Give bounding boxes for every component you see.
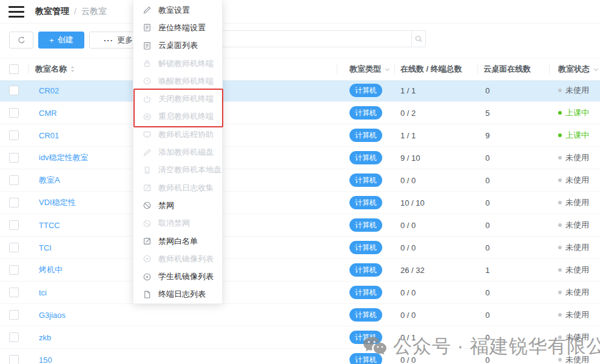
- menu-item[interactable]: 关闭教师机终端: [133, 90, 222, 107]
- edit-square-icon: [143, 237, 152, 246]
- classroom-name-link[interactable]: 150: [28, 356, 337, 364]
- refresh-button[interactable]: [9, 32, 33, 49]
- cell-cloud-online-count: 5: [477, 109, 549, 118]
- table-row[interactable]: TCI 计算机 0 / 0 0 未使用: [0, 237, 600, 259]
- sort-icon[interactable]: [70, 65, 75, 73]
- menu-item[interactable]: 教师机日志收集: [133, 179, 222, 197]
- row-checkbox[interactable]: [9, 332, 19, 342]
- cell-type: 计算机: [337, 218, 394, 232]
- header-cell-checkbox: [0, 58, 28, 80]
- row-checkbox[interactable]: [9, 153, 19, 163]
- cell-cloud-online-count: 0: [477, 221, 549, 230]
- status-dot-icon: [558, 156, 562, 160]
- menu-item[interactable]: 座位终端设置: [133, 19, 222, 36]
- status-dot-icon: [558, 178, 562, 182]
- row-checkbox[interactable]: [9, 265, 19, 275]
- menu-item[interactable]: 取消禁网: [133, 215, 222, 232]
- status-badge: 未使用: [549, 242, 600, 253]
- doc-icon: [143, 23, 152, 32]
- table-row[interactable]: CR01 计算机 1 / 1 9 上课中: [0, 124, 600, 147]
- header-cell-type[interactable]: 教室类型: [337, 58, 394, 80]
- menu-item[interactable]: 教室设置: [133, 1, 222, 19]
- cell-cloud-online-count: 0: [477, 311, 549, 320]
- chevron-down-icon[interactable]: [384, 66, 391, 73]
- status-badge: 未使用: [549, 152, 600, 163]
- cell-online-count: 1 / 1: [394, 131, 477, 140]
- breadcrumb-separator: /: [74, 7, 76, 16]
- table-row[interactable]: zkb 计算机 0 / 1 0 未使用: [0, 326, 600, 349]
- cell-type: 计算机: [337, 106, 394, 120]
- row-checkbox[interactable]: [9, 86, 19, 95]
- table-row[interactable]: 烤机中 计算机 26 / 32 1 未使用: [0, 259, 600, 281]
- monitor-icon: [143, 130, 152, 139]
- row-checkbox[interactable]: [9, 355, 19, 364]
- table-row[interactable]: CMR 计算机 0 / 2 5 上课中: [0, 102, 600, 124]
- menu-item[interactable]: 重启教师机终端: [133, 108, 222, 126]
- cell-online-count: 0 / 0: [394, 221, 477, 230]
- chevron-down-icon[interactable]: [593, 66, 599, 73]
- menu-item[interactable]: 禁网: [133, 197, 222, 214]
- row-checkbox[interactable]: [9, 108, 19, 118]
- cell-cloud-online-count: 0: [477, 356, 549, 364]
- status-dot-icon: [558, 246, 562, 249]
- table-row[interactable]: TTCC 计算机 0 / 0 0 未使用: [0, 214, 600, 237]
- table-body: CR02 计算机 1 / 1 0 未使用 CMR 计算机 0 / 2 5 上课中…: [0, 79, 600, 364]
- header-type-label: 教室类型: [349, 64, 381, 75]
- type-badge: 计算机: [349, 218, 382, 232]
- cell-type: 计算机: [337, 174, 394, 187]
- table-row[interactable]: tci 计算机 0 / 0 0 未使用: [0, 281, 600, 304]
- row-checkbox[interactable]: [9, 243, 19, 252]
- classroom-name-link[interactable]: zkb: [28, 333, 337, 342]
- menu-item[interactable]: 教师机远程协助: [133, 126, 222, 143]
- cell-cloud-online-count: 1: [477, 266, 549, 275]
- cell-cloud-online-count: 0: [477, 153, 549, 163]
- target-icon: [143, 254, 152, 263]
- cell-online-count: 26 / 32: [394, 266, 477, 275]
- menu-item[interactable]: 唤醒教师机终端: [133, 72, 222, 90]
- status-badge: 未使用: [549, 220, 600, 231]
- table-row[interactable]: CR02 计算机 1 / 1 0 未使用: [0, 79, 600, 102]
- hamburger-menu-icon[interactable]: [8, 6, 24, 18]
- menu-item[interactable]: 清空教师机本地盘: [133, 161, 222, 179]
- table-row[interactable]: idv稳定性教室 计算机 9 / 10 0 未使用: [0, 147, 600, 169]
- header-cell-cloud-online: 云桌面在线数: [477, 58, 549, 80]
- status-badge: 上课中: [549, 130, 600, 141]
- menu-item[interactable]: 添加教师机磁盘: [133, 143, 222, 161]
- row-checkbox[interactable]: [9, 288, 19, 297]
- table-header: 教室名称 教室类型 在线数 / 终端总数 云桌面在线数 教室状态: [0, 58, 600, 81]
- cell-type: 计算机: [337, 196, 394, 209]
- menu-item[interactable]: 终端日志列表: [133, 286, 222, 303]
- status-badge: 上课中: [549, 107, 600, 118]
- table-row[interactable]: 150 计算机 0 / 0 0 未使用: [0, 349, 600, 364]
- search-append[interactable]: [411, 31, 425, 47]
- menu-item[interactable]: 解锁教师机终端: [133, 55, 222, 72]
- status-badge: 未使用: [549, 287, 600, 298]
- cell-cloud-online-count: 0: [477, 86, 549, 95]
- table-row[interactable]: 教室A 计算机 0 / 0 0 未使用: [0, 169, 600, 192]
- row-checkbox[interactable]: [9, 198, 19, 207]
- row-checkbox[interactable]: [9, 220, 19, 230]
- cell-type: 计算机: [337, 308, 394, 322]
- menu-item[interactable]: 禁网白名单: [133, 232, 222, 250]
- create-button[interactable]: + 创建: [38, 32, 84, 49]
- header-cell-status[interactable]: 教室状态: [549, 58, 600, 80]
- menu-item[interactable]: 学生机镜像列表: [133, 268, 222, 285]
- header-online-label: 在线数 / 终端总数: [400, 64, 462, 75]
- cell-cloud-online-count: 9: [477, 131, 549, 140]
- edit-square-icon: [143, 183, 152, 192]
- row-checkbox[interactable]: [9, 310, 19, 320]
- row-checkbox[interactable]: [9, 175, 19, 185]
- classroom-name-link[interactable]: G3jiaos: [28, 311, 337, 320]
- type-badge: 计算机: [349, 151, 382, 164]
- file-icon: [143, 290, 152, 299]
- select-all-checkbox[interactable]: [9, 64, 19, 74]
- table-row[interactable]: VDI稳定性 计算机 10 / 10 0 未使用: [0, 192, 600, 214]
- refresh-icon: [17, 36, 26, 45]
- breadcrumb-section[interactable]: 教室管理: [35, 6, 69, 17]
- toolbar: + 创建 ··· 更多: [9, 32, 147, 49]
- row-checkbox[interactable]: [9, 130, 19, 140]
- table-row[interactable]: G3jiaos 计算机 0 / 0 0 未使用: [0, 304, 600, 326]
- menu-item[interactable]: 云桌面列表: [133, 37, 222, 55]
- status-badge: 未使用: [549, 309, 600, 320]
- menu-item[interactable]: 教师机镜像列表: [133, 250, 222, 268]
